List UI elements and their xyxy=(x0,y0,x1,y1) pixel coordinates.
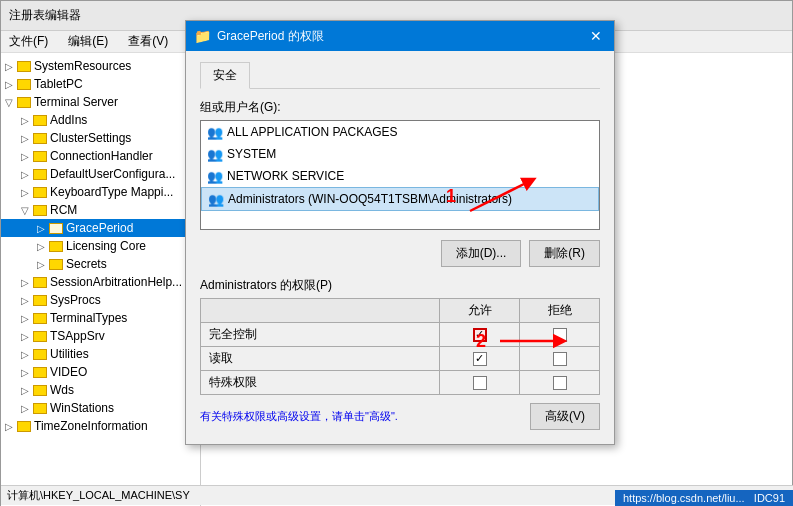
user-all-app-packages[interactable]: 👥 ALL APPLICATION PACKAGES xyxy=(201,121,599,143)
perm-deny-read[interactable] xyxy=(520,347,600,371)
folder-icon xyxy=(33,313,47,324)
arrow-icon: ▷ xyxy=(5,421,17,432)
arrow-icon: ▷ xyxy=(21,295,33,306)
menu-file[interactable]: 文件(F) xyxy=(5,33,52,50)
checkbox-allow-fullcontrol[interactable] xyxy=(473,328,487,342)
tree-item-rcm[interactable]: ▽ RCM xyxy=(1,201,200,219)
permissions-col-allow: 允许 xyxy=(440,299,520,323)
tab-security[interactable]: 安全 xyxy=(200,62,250,89)
tree-item-timezoneinfo[interactable]: ▷ TimeZoneInformation xyxy=(1,417,200,435)
users-list[interactable]: 👥 ALL APPLICATION PACKAGES 👥 SYSTEM 👥 NE… xyxy=(200,120,600,230)
perm-name-special: 特殊权限 xyxy=(201,371,440,395)
permission-row-read: 读取 xyxy=(201,347,600,371)
perm-allow-read[interactable] xyxy=(440,347,520,371)
folder-icon xyxy=(33,277,47,288)
tree-item-winstations[interactable]: ▷ WinStations xyxy=(1,399,200,417)
folder-icon xyxy=(33,169,47,180)
folder-icon xyxy=(33,295,47,306)
menu-edit[interactable]: 编辑(E) xyxy=(64,33,112,50)
tree-item-defaultuserconfig[interactable]: ▷ DefaultUserConfigura... xyxy=(1,165,200,183)
perm-name-fullcontrol: 完全控制 xyxy=(201,323,440,347)
tree-item-keyboardtype[interactable]: ▷ KeyboardType Mappi... xyxy=(1,183,200,201)
tree-item-licensing-core[interactable]: ▷ Licensing Core xyxy=(1,237,200,255)
permissions-dialog: 📁 GracePeriod 的权限 ✕ 安全 组或用户名(G): 👥 ALL A… xyxy=(185,20,615,445)
user-administrators[interactable]: 👥 Administrators (WIN-OOQ54T1TSBM\Admini… xyxy=(201,187,599,211)
folder-icon xyxy=(17,79,31,90)
tree-item-terminaltypes[interactable]: ▷ TerminalTypes xyxy=(1,309,200,327)
arrow-icon: ▷ xyxy=(21,115,33,126)
permissions-table: 允许 拒绝 完全控制 读取 xyxy=(200,298,600,395)
arrow-icon: ▷ xyxy=(5,61,17,72)
permission-row-special: 特殊权限 xyxy=(201,371,600,395)
folder-icon xyxy=(33,349,47,360)
tree-item-sessionarb[interactable]: ▷ SessionArbitrationHelp... xyxy=(1,273,200,291)
checkbox-allow-special[interactable] xyxy=(473,376,487,390)
registry-statusbar: 计算机\HKEY_LOCAL_MACHINE\SY xyxy=(1,485,793,505)
folder-icon xyxy=(33,115,47,126)
folder-icon xyxy=(33,385,47,396)
user-network-service[interactable]: 👥 NETWORK SERVICE xyxy=(201,165,599,187)
checkbox-deny-fullcontrol[interactable] xyxy=(553,328,567,342)
arrow-icon: ▷ xyxy=(21,367,33,378)
tree-item-clustersettings[interactable]: ▷ ClusterSettings xyxy=(1,129,200,147)
folder-icon xyxy=(33,151,47,162)
checkbox-deny-special[interactable] xyxy=(553,376,567,390)
tree-item-secrets[interactable]: ▷ Secrets xyxy=(1,255,200,273)
dialog-footer: 有关特殊权限或高级设置，请单击"高级". 高级(V) xyxy=(200,403,600,430)
tree-item-video[interactable]: ▷ VIDEO xyxy=(1,363,200,381)
tree-item-connectionhandler[interactable]: ▷ ConnectionHandler xyxy=(1,147,200,165)
tree-item-graceperiod[interactable]: ▷ GracePeriod xyxy=(1,219,200,237)
folder-icon xyxy=(17,61,31,72)
folder-icon xyxy=(33,205,47,216)
folder-icon xyxy=(49,223,63,234)
tree-item-sysprocs[interactable]: ▷ SysProcs xyxy=(1,291,200,309)
terminal-server-label: Terminal Server xyxy=(34,95,118,109)
dialog-close-button[interactable]: ✕ xyxy=(586,26,606,46)
arrow-icon: ▷ xyxy=(21,349,33,360)
dialog-tabs: 安全 xyxy=(200,61,600,89)
arrow-icon: ▷ xyxy=(21,403,33,414)
folder-icon xyxy=(33,187,47,198)
folder-icon xyxy=(33,403,47,414)
user-icon: 👥 xyxy=(207,168,223,184)
add-button[interactable]: 添加(D)... xyxy=(441,240,522,267)
group-user-section-label: 组或用户名(G): xyxy=(200,99,600,116)
tree-item-systemresources[interactable]: ▷ SystemResources xyxy=(1,57,200,75)
dialog-body: 安全 组或用户名(G): 👥 ALL APPLICATION PACKAGES … xyxy=(186,51,614,444)
tree-item-tabletpc[interactable]: ▷ TabletPC xyxy=(1,75,200,93)
remove-button[interactable]: 删除(R) xyxy=(529,240,600,267)
buttons-row: 添加(D)... 删除(R) xyxy=(200,240,600,267)
perm-allow-fullcontrol[interactable] xyxy=(440,323,520,347)
folder-icon xyxy=(33,367,47,378)
arrow-icon: ▷ xyxy=(21,133,33,144)
licensing-core-label: Licensing Core xyxy=(66,239,146,253)
registry-title: 注册表编辑器 xyxy=(9,7,81,24)
tree-item-utilities[interactable]: ▷ Utilities xyxy=(1,345,200,363)
user-icon: 👥 xyxy=(208,191,224,207)
dialog-titlebar: 📁 GracePeriod 的权限 ✕ xyxy=(186,21,614,51)
permissions-col-name xyxy=(201,299,440,323)
permission-row-fullcontrol: 完全控制 xyxy=(201,323,600,347)
tree-item-terminal-server[interactable]: ▽ Terminal Server xyxy=(1,93,200,111)
user-system[interactable]: 👥 SYSTEM xyxy=(201,143,599,165)
arrow-icon: ▷ xyxy=(21,187,33,198)
perm-allow-special[interactable] xyxy=(440,371,520,395)
folder-icon xyxy=(17,97,31,108)
menu-view[interactable]: 查看(V) xyxy=(124,33,172,50)
folder-icon xyxy=(17,421,31,432)
registry-tree: ▷ SystemResources ▷ TabletPC ▽ Terminal … xyxy=(1,53,201,506)
arrow-icon: ▷ xyxy=(21,169,33,180)
perm-deny-special[interactable] xyxy=(520,371,600,395)
checkbox-deny-read[interactable] xyxy=(553,352,567,366)
arrow-icon: ▷ xyxy=(21,151,33,162)
advanced-button[interactable]: 高级(V) xyxy=(530,403,600,430)
tree-item-wds[interactable]: ▷ Wds xyxy=(1,381,200,399)
checkbox-allow-read[interactable] xyxy=(473,352,487,366)
arrow-icon: ▽ xyxy=(21,205,33,216)
user-icon: 👥 xyxy=(207,124,223,140)
perm-deny-fullcontrol[interactable] xyxy=(520,323,600,347)
tree-item-tsappsrv[interactable]: ▷ TSAppSrv xyxy=(1,327,200,345)
tree-item-addins[interactable]: ▷ AddIns xyxy=(1,111,200,129)
folder-icon xyxy=(33,331,47,342)
perm-name-read: 读取 xyxy=(201,347,440,371)
